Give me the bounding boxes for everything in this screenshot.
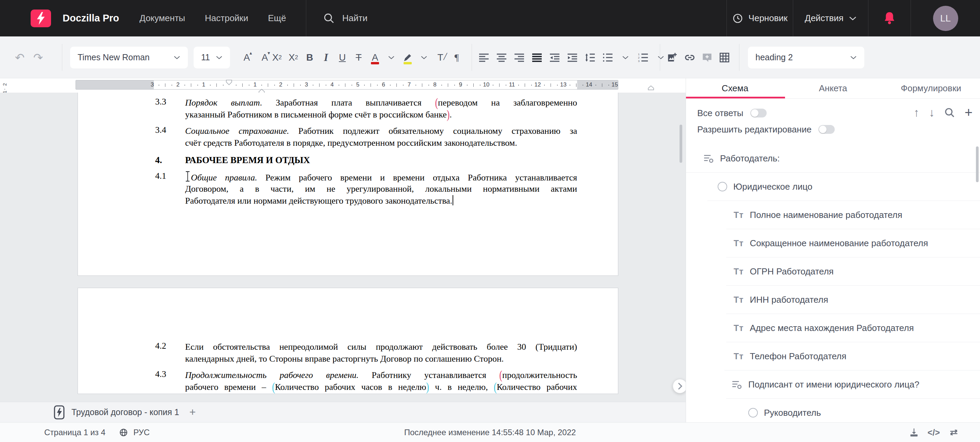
arrow-down-icon[interactable]: ↓ [929,106,935,119]
ruler-tick [506,85,506,86]
clause-paragraph[interactable]: 4.1Общие правила. Режим рабочего времени… [155,171,577,207]
tree-item-8[interactable]: TтТелефон Работодателя [686,342,980,370]
tree-item-7[interactable]: TтАдрес места нахождения Работодателя [686,314,980,342]
tree-item-4[interactable]: TтСокращенное наименование работодателя [686,229,980,257]
clause-text: РАБОЧЕЕ ВРЕМЯ И ОТДЫХ [185,155,577,166]
ruler-tick [5,89,5,89]
user-menu[interactable]: LL [911,0,980,37]
document-canvas[interactable]: 3.3Порядок выплат. Заработная плата выпл… [0,93,686,402]
justify-button[interactable] [531,48,543,67]
first-line-indent-marker[interactable] [226,80,232,85]
menu-item-1[interactable]: Документы [140,13,185,24]
clause-number: 3.3 [155,97,185,121]
tree-item-9[interactable]: Подписант от имени юридического лица? [686,370,980,399]
ruler-tick [210,85,211,86]
font-color-button[interactable]: A [369,48,381,67]
align-right-button[interactable] [513,48,525,67]
bullet-list-button[interactable] [601,48,614,67]
tree-item-10[interactable]: Руководитель [686,399,980,422]
all-answers-toggle[interactable] [750,109,767,118]
clause-paragraph[interactable]: 3.3Порядок выплат. Заработная плата выпл… [155,97,577,121]
clause-paragraph[interactable]: 4.2Если обстоятельства непреодолимой сил… [155,341,577,365]
ruler-tick [223,85,224,86]
redo-button[interactable]: ↷ [32,48,44,67]
highlight-dropdown[interactable] [418,48,430,67]
allow-edit-toggle[interactable] [818,125,835,134]
document-scrollbar[interactable] [679,124,682,163]
insert-link-button[interactable] [684,48,696,67]
superscript-button[interactable]: X2 [287,48,299,67]
document-tab[interactable]: Трудовой договор - копия 1 [54,405,179,420]
section-heading[interactable]: 4.РАБОЧЕЕ ВРЕМЯ И ОТДЫХ [155,155,577,166]
add-document-tab-button[interactable]: + [189,406,196,418]
tab-формулировки[interactable]: Формулировки [882,78,980,98]
bullet-list-dropdown[interactable] [619,48,632,67]
code-icon[interactable]: </> [928,428,940,437]
clear-format-button[interactable]: T╱ [434,48,447,67]
panel-scrollbar[interactable] [976,147,978,182]
bold-button[interactable]: B [304,48,316,67]
page-2[interactable]: 4.2Если обстоятельства непреодолимой сил… [78,288,618,394]
tree-item-label: Сокращенное наименование работодателя [750,238,928,249]
notifications-button[interactable] [869,0,911,37]
globe-icon[interactable] [119,428,128,437]
search-button[interactable]: Найти [323,13,368,24]
numbered-list-button[interactable]: 123 [637,48,649,67]
font-size-up-button[interactable]: A▲ [240,48,253,67]
horizontal-ruler[interactable]: 321123456789101112131415 [76,80,618,89]
download-icon[interactable] [909,428,919,437]
pilcrow-button[interactable]: ¶ [450,48,463,67]
text-run: Если обстоятельства непреодолимой силы п… [185,342,577,352]
add-icon[interactable]: + [965,105,972,120]
page-1[interactable]: 3.3Порядок выплат. Заработная плата выпл… [78,93,618,276]
paragraph-style-select[interactable]: heading 2 [748,47,864,69]
tree-item-5[interactable]: TтОГРН Работодателя [686,257,980,286]
highlight-button[interactable] [401,48,414,67]
indent-button[interactable] [566,48,579,67]
menu-item-3[interactable]: Ещё [268,13,286,24]
tab-анкета[interactable]: Анкета [784,78,882,98]
align-left-button[interactable] [478,48,490,67]
font-family-select[interactable]: Times New Roman [70,47,188,69]
underline-button[interactable]: U [336,48,348,67]
sync-icon[interactable] [949,428,959,437]
font-size-select[interactable]: 11 [194,47,230,69]
font-size-down-button[interactable]: A▼ [259,48,271,67]
font-color-dropdown[interactable] [385,48,398,67]
subscript-button[interactable]: X2 [271,48,283,67]
tree-item-1[interactable]: Работодатель: [686,144,980,172]
outdent-button[interactable] [549,48,561,67]
text-line: счёт средств Работодателя в порядке, пре… [185,137,577,149]
actions-menu-button[interactable]: Действия [793,0,868,37]
insert-table-button[interactable] [718,48,730,67]
text-field-icon: Tт [733,266,744,276]
clause-paragraph[interactable]: 4.3Продолжительность рабочего времени. Р… [155,369,577,394]
numbered-list-dropdown[interactable] [655,48,667,67]
align-center-button[interactable] [495,48,508,67]
menu-item-2[interactable]: Настройки [205,13,248,24]
text-run: календарных дней, то Стороны вправе раст… [185,354,504,364]
arrow-up-icon[interactable]: ↑ [914,106,920,119]
draft-status[interactable]: Черновик [727,0,793,37]
strikethrough-button[interactable]: T [353,48,365,67]
right-indent-marker[interactable] [648,86,654,90]
search-icon[interactable] [944,107,955,118]
tab-схема[interactable]: Схема [686,78,784,98]
language-badge[interactable]: РУС [134,428,150,437]
insert-image-button[interactable] [666,48,679,67]
text-line: Работодателя или нормами действующего тр… [185,195,577,207]
insert-comment-button[interactable] [701,48,713,67]
ruler-number: 11 [509,81,515,88]
ruler-number: 14 [586,81,592,88]
collapse-sidebar-button[interactable] [673,379,687,393]
line-spacing-button[interactable] [584,48,596,67]
clause-paragraph[interactable]: 3.4Социальное страхование. Работник подл… [155,125,577,149]
ruler-tick [570,85,570,86]
tree-item-2[interactable]: Юридическое лицо [686,172,980,201]
undo-button[interactable]: ↶ [14,48,26,67]
doczilla-logo[interactable] [30,10,51,27]
italic-button[interactable]: I [320,48,332,67]
tree-item-3[interactable]: TтПолное наименование работодателя [686,201,980,229]
tree-item-6[interactable]: TтИНН работодателя [686,286,980,314]
ruler-number: 2 [176,81,179,88]
